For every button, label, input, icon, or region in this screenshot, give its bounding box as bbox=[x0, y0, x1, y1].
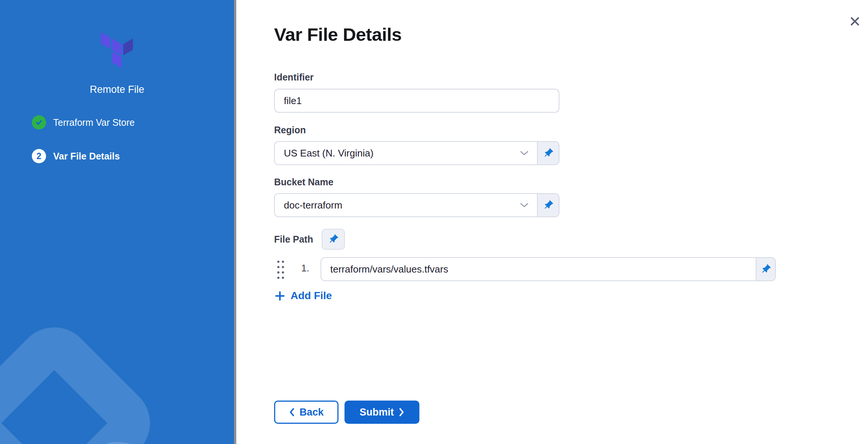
chevron-down-icon bbox=[520, 150, 529, 156]
chevron-right-icon bbox=[399, 408, 404, 417]
step-complete-badge bbox=[32, 115, 46, 130]
terraform-logo-icon bbox=[101, 32, 134, 69]
page-title: Var File Details bbox=[274, 24, 402, 45]
step-label: Var File Details bbox=[53, 151, 120, 162]
bucket-select-value[interactable]: doc-terraform bbox=[275, 194, 538, 216]
pushpin-icon bbox=[540, 145, 556, 161]
terraform-logo bbox=[0, 32, 234, 69]
chevron-down-icon bbox=[520, 203, 529, 208]
bucket-name-select[interactable]: doc-terraform bbox=[274, 193, 559, 217]
pushpin-icon bbox=[758, 261, 774, 277]
back-button-label: Back bbox=[300, 407, 324, 418]
region-selected-option: US East (N. Virginia) bbox=[284, 148, 373, 159]
checkmark-icon bbox=[35, 118, 43, 127]
identifier-label: Identifier bbox=[274, 72, 314, 83]
wizard-sidebar: Remote File Terraform Var Store 2 Var Fi… bbox=[0, 0, 234, 444]
step-number-badge: 2 bbox=[32, 149, 46, 163]
region-select-value[interactable]: US East (N. Virginia) bbox=[275, 142, 538, 164]
file-path-row bbox=[321, 257, 776, 281]
chevron-left-icon bbox=[289, 408, 295, 417]
drag-handle-dots-icon bbox=[276, 260, 285, 280]
add-file-button[interactable]: Add File bbox=[275, 288, 332, 303]
drag-handle[interactable] bbox=[276, 260, 285, 280]
sidebar-step-var-file-details[interactable]: 2 Var File Details bbox=[32, 149, 120, 163]
back-button[interactable]: Back bbox=[274, 401, 339, 424]
region-select[interactable]: US East (N. Virginia) bbox=[274, 141, 559, 165]
x-icon bbox=[848, 15, 862, 28]
pushpin-icon bbox=[325, 231, 341, 247]
add-file-label: Add File bbox=[291, 290, 332, 302]
file-path-row-pin-button[interactable] bbox=[756, 258, 775, 280]
bucket-name-label: Bucket Name bbox=[274, 177, 333, 188]
file-path-input[interactable] bbox=[321, 258, 756, 280]
step-label: Terraform Var Store bbox=[53, 117, 135, 128]
file-path-label: File Path bbox=[274, 234, 313, 245]
file-row-index: 1. bbox=[291, 262, 309, 274]
region-label: Region bbox=[274, 125, 306, 136]
close-icon[interactable] bbox=[847, 13, 863, 29]
watermark-shape bbox=[0, 312, 166, 444]
sidebar-step-terraform-var-store[interactable]: Terraform Var Store bbox=[32, 115, 135, 130]
submit-button[interactable]: Submit bbox=[345, 401, 419, 424]
bucket-pin-button[interactable] bbox=[538, 194, 559, 216]
region-pin-button[interactable] bbox=[538, 142, 559, 164]
submit-button-label: Submit bbox=[359, 407, 394, 418]
wizard-title: Remote File bbox=[0, 84, 234, 95]
var-file-modal: Remote File Terraform Var Store 2 Var Fi… bbox=[0, 0, 868, 444]
identifier-input[interactable] bbox=[274, 89, 559, 113]
var-file-details-panel: Var File Details Identifier Region US Ea… bbox=[236, 0, 868, 444]
pushpin-icon bbox=[540, 197, 556, 213]
bucket-selected-option: doc-terraform bbox=[284, 200, 342, 211]
plus-icon bbox=[275, 291, 285, 301]
file-path-pin-button[interactable] bbox=[322, 229, 345, 250]
